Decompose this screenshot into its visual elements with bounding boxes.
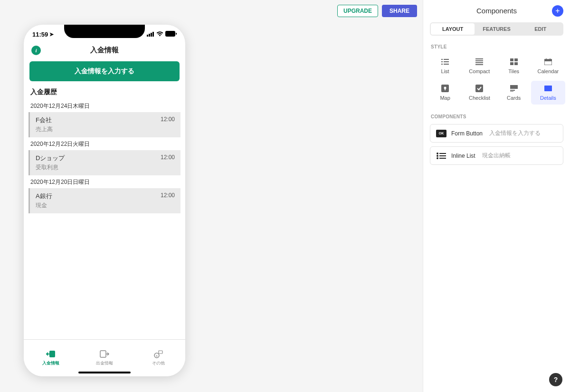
list-item[interactable]: F会社 売上高 12:00 [28,112,180,137]
svg-rect-6 [49,351,55,357]
style-calendar[interactable]: Calendar [531,54,565,78]
svg-rect-15 [441,64,443,65]
phone-notch [64,25,145,38]
style-grid: List Compact Tiles Calendar Map Checklis… [423,54,570,114]
svg-rect-5 [176,33,177,35]
svg-rect-4 [165,31,175,37]
mode-tabs: LAYOUT FEATURES EDIT [430,22,563,36]
component-form-button[interactable]: OK Form Button 入金情報を入力する [430,124,563,143]
svg-rect-13 [441,61,443,62]
svg-rect-34 [510,91,513,92]
help-button[interactable]: ? [549,373,562,386]
tab-label: 入金情報 [42,360,59,366]
svg-rect-3 [152,32,154,37]
svg-rect-37 [439,153,446,154]
info-icon[interactable]: i [31,46,41,55]
page-title: 入金情報 [90,46,119,55]
tab-layout[interactable]: LAYOUT [431,23,475,35]
primary-action-button[interactable]: 入金情報を入力する [29,61,180,81]
svg-rect-16 [444,64,449,65]
share-button[interactable]: SHARE [382,5,417,17]
style-map[interactable]: Map [428,81,462,105]
list-item[interactable]: Dショップ 受取利息 12:00 [28,150,180,175]
style-label: Details [540,95,556,101]
tab-features[interactable]: FEATURES [475,23,518,35]
date-header: 2020年12月24日木曜日 [24,100,185,112]
components-section-label: COMPONENTS [423,114,570,124]
location-icon: ➤ [49,31,54,38]
history-group: 2020年12月24日木曜日 F会社 売上高 12:00 [24,100,185,137]
style-label: Cards [507,95,521,101]
svg-rect-10 [159,351,162,354]
tiles-icon [510,58,518,66]
tab-other[interactable]: $ その他 [132,340,185,376]
list-item[interactable]: A銀行 現金 12:00 [28,188,180,213]
upgrade-button[interactable]: UPGRADE [337,5,378,17]
svg-rect-31 [475,85,483,92]
date-header: 2020年12月20日日曜日 [24,176,185,188]
item-time: 12:00 [161,154,175,161]
tab-withdraw[interactable]: 出金情報 [77,340,131,376]
style-compact[interactable]: Compact [462,54,496,78]
status-time: 11:59 [32,31,48,38]
svg-rect-11 [441,59,443,60]
svg-rect-17 [475,58,483,59]
component-inline-list[interactable]: Inline List 現金出納帳 [430,146,563,165]
list-icon [441,58,449,66]
svg-rect-18 [475,60,483,61]
svg-rect-12 [444,59,449,60]
style-section-label: STYLE [423,44,570,54]
style-list[interactable]: List [428,54,462,78]
style-checklist[interactable]: Checklist [462,81,496,105]
svg-rect-14 [444,61,449,62]
svg-rect-39 [439,155,446,156]
checklist-icon [475,85,484,92]
svg-rect-32 [510,85,518,89]
style-details[interactable]: Details [531,81,565,105]
svg-rect-33 [510,90,515,91]
home-indicator [78,372,131,373]
svg-point-40 [437,157,438,159]
component-type: Form Button [451,130,483,137]
details-icon [544,85,552,92]
tab-deposit[interactable]: 入金情報 [24,340,77,376]
item-subtitle: 売上高 [36,125,53,134]
style-label: Calendar [538,68,559,74]
add-component-button[interactable]: + [552,5,563,17]
component-name: 現金出納帳 [482,152,511,160]
svg-rect-1 [149,34,150,37]
svg-rect-21 [510,58,513,61]
tab-label: その他 [152,360,165,366]
calendar-icon [544,58,552,66]
item-title: A銀行 [36,192,52,201]
style-label: Checklist [469,95,490,101]
deposit-icon [46,350,56,358]
compact-icon [475,58,484,66]
svg-rect-0 [147,35,148,37]
style-tiles[interactable]: Tiles [497,54,531,78]
app-header: i 入金情報 [24,41,185,61]
svg-point-36 [437,153,438,154]
item-title: F会社 [36,116,53,124]
svg-rect-7 [100,351,106,357]
style-cards[interactable]: Cards [497,81,531,105]
svg-point-30 [444,87,446,89]
svg-rect-22 [514,58,518,61]
tab-edit[interactable]: EDIT [519,23,562,35]
component-type: Inline List [451,153,475,159]
history-group: 2020年12月22日火曜日 Dショップ 受取利息 12:00 [24,138,185,175]
svg-rect-35 [544,86,552,91]
item-time: 12:00 [161,116,175,123]
withdraw-icon [99,350,110,358]
svg-rect-2 [151,33,152,37]
money-icon: $ [153,350,163,358]
svg-text:$: $ [156,354,158,357]
item-time: 12:00 [161,192,175,199]
signal-icon [147,31,154,38]
style-label: List [441,68,449,74]
style-label: Compact [469,68,490,74]
style-label: Tiles [508,68,519,74]
component-name: 入金情報を入力する [489,129,541,137]
style-label: Map [440,95,450,101]
svg-rect-19 [475,62,483,63]
